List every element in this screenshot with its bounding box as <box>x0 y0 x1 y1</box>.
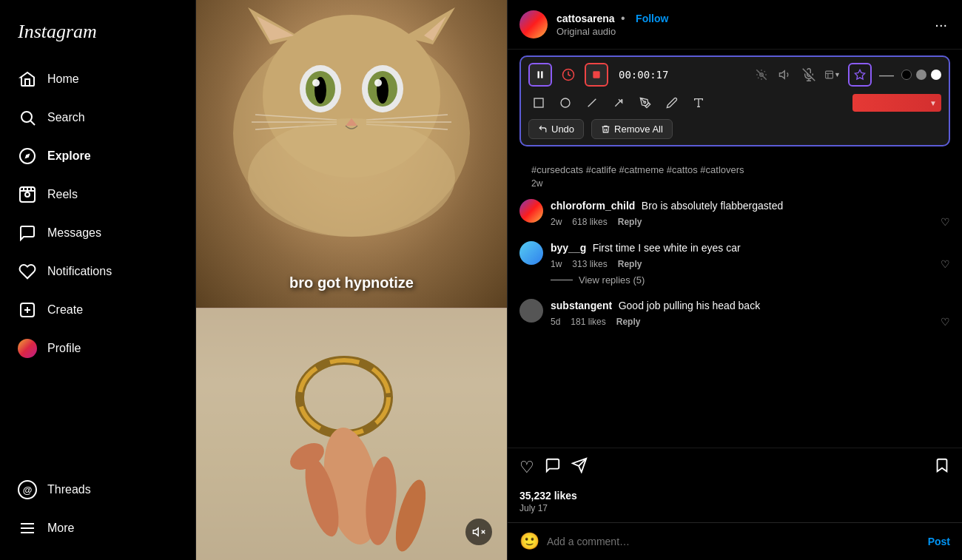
follow-button[interactable]: Follow <box>636 13 668 24</box>
arrow-tool[interactable] <box>608 92 629 113</box>
pause-icon <box>535 70 545 80</box>
view-replies-button[interactable]: View replies (5) <box>551 274 950 286</box>
home-icon <box>18 70 37 89</box>
sidebar-item-notifications[interactable]: Notifications <box>9 253 186 290</box>
comment-item: byy__g First time I see white in eyes ca… <box>519 241 950 286</box>
pause-button[interactable] <box>528 63 552 87</box>
record-history-button[interactable] <box>556 63 580 87</box>
color-gray[interactable] <box>916 70 926 80</box>
sidebar-item-explore[interactable]: Explore <box>9 138 186 175</box>
marker-tool[interactable] <box>635 92 656 113</box>
comment-likes: 181 likes <box>571 317 605 327</box>
svg-rect-62 <box>534 98 543 107</box>
comment-meta: 2w 618 likes Reply ♡ <box>551 216 950 228</box>
svg-point-63 <box>561 98 570 107</box>
sidebar-item-messages[interactable]: Messages <box>9 215 186 252</box>
comment-heart-icon[interactable]: ♡ <box>941 316 950 328</box>
toolbar-row-2 <box>528 92 941 113</box>
view-replies-label: View replies (5) <box>579 274 645 286</box>
svg-rect-50 <box>541 71 542 78</box>
svg-point-29 <box>374 79 382 87</box>
like-button[interactable]: ♡ <box>519 458 534 477</box>
profile-avatar <box>18 339 37 358</box>
sidebar-item-profile[interactable]: Profile <box>9 330 186 367</box>
comment-avatar <box>519 199 543 223</box>
sidebar-item-threads[interactable]: @ Threads <box>9 471 186 508</box>
comment-button[interactable] <box>545 457 561 478</box>
svg-line-64 <box>588 99 596 107</box>
sidebar-item-label: Notifications <box>47 265 112 278</box>
toolbar-row-1: 00:00:17 ▼ <box>528 63 941 87</box>
mute-button[interactable] <box>465 519 492 545</box>
color-black[interactable] <box>901 70 912 80</box>
comment-meta: 5d 181 likes Reply ♡ <box>551 316 950 328</box>
text-tool[interactable] <box>688 92 709 113</box>
color-picker[interactable] <box>852 94 941 112</box>
sidebar-item-label: Create <box>47 303 83 317</box>
stop-button[interactable] <box>585 63 608 87</box>
search-icon <box>18 108 37 127</box>
reply-button[interactable]: Reply <box>616 317 641 327</box>
volume-icon[interactable] <box>777 67 793 83</box>
rectangle-tool[interactable] <box>528 92 549 113</box>
webcam-off-icon[interactable] <box>753 67 770 83</box>
post-desc-time: 2w <box>519 178 950 189</box>
sidebar-item-search[interactable]: Search <box>9 99 186 136</box>
post-comment-button[interactable]: Post <box>928 536 950 547</box>
comment-input[interactable] <box>547 536 921 547</box>
color-white[interactable] <box>931 70 941 80</box>
more-icon <box>18 519 37 538</box>
post-username-line: cattosarena • Follow <box>556 12 923 25</box>
comment-avatar <box>519 241 543 265</box>
comment-body: chloroform_child Bro is absolutely flabb… <box>551 199 950 228</box>
video-bottom <box>196 308 507 560</box>
toolbar-row-3: Undo Remove All <box>528 119 941 139</box>
svg-marker-19 <box>403 7 455 44</box>
comment-heart-icon[interactable]: ♡ <box>941 258 950 270</box>
svg-line-65 <box>615 99 622 106</box>
post-user-info: cattosarena • Follow Original audio <box>556 12 923 37</box>
comment-text: Bro is absolutely flabbergasted <box>642 200 783 212</box>
pencil-tool[interactable] <box>662 92 682 113</box>
remove-all-button[interactable]: Remove All <box>591 119 673 139</box>
bookmark-button[interactable] <box>934 457 950 478</box>
layout-icon[interactable]: ▼ <box>824 67 841 83</box>
stop-icon <box>591 70 602 80</box>
emoji-button[interactable]: 🙂 <box>519 532 539 551</box>
more-options-button[interactable]: ··· <box>932 13 950 36</box>
line-tool[interactable] <box>582 92 602 113</box>
mute-icon <box>472 525 485 539</box>
sidebar-item-label: Messages <box>47 226 101 240</box>
svg-rect-59 <box>826 71 833 78</box>
svg-marker-3 <box>24 153 30 159</box>
svg-line-1 <box>31 121 36 126</box>
right-panel: cattosarena • Follow Original audio ··· <box>507 0 962 560</box>
post-username[interactable]: cattosarena <box>556 13 615 24</box>
sidebar-item-home[interactable]: Home <box>9 61 186 98</box>
comment-username[interactable]: substangent <box>551 300 612 311</box>
comment-username[interactable]: byy__g <box>551 242 586 254</box>
likes-count: 35,232 likes <box>519 490 950 502</box>
svg-rect-52 <box>593 71 599 78</box>
sidebar-item-label: Reels <box>47 188 78 201</box>
sidebar-item-create[interactable]: Create <box>9 291 186 328</box>
mic-off-icon[interactable] <box>801 67 817 83</box>
circle-tool[interactable] <box>555 92 576 113</box>
video-caption: bro got hypnotize <box>289 274 414 291</box>
recording-timer: 00:00:17 <box>619 69 749 81</box>
comment-time: 5d <box>551 317 560 327</box>
svg-point-37 <box>248 118 455 237</box>
sidebar-item-more[interactable]: More <box>9 510 186 547</box>
comment-heart-icon[interactable]: ♡ <box>941 216 950 228</box>
reply-button[interactable]: Reply <box>618 259 642 269</box>
reply-button[interactable]: Reply <box>618 217 642 227</box>
video-area: bro got hypnotize <box>196 0 507 560</box>
share-button[interactable] <box>571 457 588 478</box>
record-icon <box>562 68 575 81</box>
post-author-avatar <box>519 10 548 38</box>
highlight-button[interactable] <box>848 63 872 87</box>
minimize-button[interactable]: — <box>876 64 897 85</box>
undo-button[interactable]: Undo <box>528 119 584 139</box>
comment-username[interactable]: chloroform_child <box>551 200 635 212</box>
sidebar-item-reels[interactable]: Reels <box>9 176 186 213</box>
